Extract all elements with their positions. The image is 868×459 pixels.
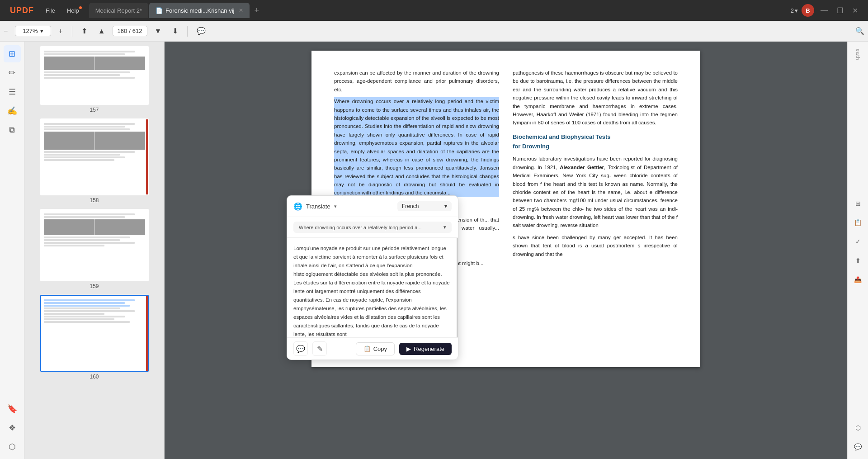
sidebar-list-icon[interactable]: ☰ — [4, 83, 21, 100]
menu-help[interactable]: Help — [61, 5, 85, 17]
regenerate-btn[interactable]: ▶ Regenerate — [399, 343, 452, 355]
close-btn[interactable]: ✕ — [849, 6, 861, 15]
thumbnail-panel: 157 158 — [24, 42, 165, 459]
sidebar-bookmark-icon[interactable]: 🔖 — [4, 400, 21, 417]
zoom-display[interactable]: 127% ▾ — [15, 26, 51, 36]
sep2 — [187, 26, 188, 37]
nav-top-btn[interactable]: ⬆ — [78, 24, 91, 38]
tab-forensic-label: Forensic medi...Krishan vij — [165, 7, 234, 14]
sidebar-layers-icon[interactable]: ❖ — [4, 419, 21, 436]
avatar[interactable]: B — [802, 4, 814, 17]
tab-medical-report[interactable]: Medical Report 2* — [89, 3, 148, 18]
col2-bio-para: Numerous laboratory investigations have … — [513, 155, 678, 230]
page-total: 612 — [132, 28, 142, 34]
col2-challenged-para: s have since been challenged by many ger… — [513, 233, 678, 258]
thumb-page-160[interactable]: 160 — [29, 295, 160, 380]
regen-icon: ▶ — [406, 345, 411, 352]
page-display[interactable]: 160 / 612 — [113, 26, 147, 36]
topbar-right: 2 ▾ B — ❐ ✕ — [791, 4, 864, 17]
right-icon-7[interactable]: 💬 — [849, 438, 867, 455]
right-sidebar-text: eath — [855, 45, 861, 64]
sidebar-grid-icon[interactable]: ⊞ — [4, 45, 21, 62]
thumb-page-157-label: 157 — [90, 107, 99, 113]
tab-close-btn[interactable]: ✕ — [239, 7, 243, 14]
zoom-in-btn[interactable]: + — [55, 25, 66, 38]
page-current: 160 — [118, 28, 127, 34]
menu-bar: File Help — [40, 5, 85, 17]
chat-icon-btn[interactable]: 💬 — [293, 341, 308, 356]
source-select-row: Where drowning occurs over a relatively … — [287, 217, 458, 238]
right-icon-6[interactable]: ⬡ — [849, 419, 867, 436]
sidebar-annotate-icon[interactable]: ✍ — [4, 102, 21, 119]
nav-up-btn[interactable]: ▲ — [94, 25, 109, 38]
col2-intro: pathogenesis of these haemorrhages is ob… — [513, 69, 678, 127]
col1-intro: expansion can be affected by the manner … — [334, 69, 499, 94]
translate-popup: 🌐 Translate ▾ French ▾ Where drowning oc… — [287, 195, 458, 360]
pen-icon: ✎ — [317, 345, 323, 353]
col2-bio-title: Biochemical and Biophysical Testsfor Dro… — [513, 132, 678, 151]
topbar: UPDF File Help Medical Report 2* 📄 Foren… — [0, 0, 868, 21]
source-text-label: Where drowning occurs over a relatively … — [299, 225, 421, 230]
language-label: French — [402, 203, 419, 209]
sep1 — [72, 26, 72, 37]
translate-arrow: ▾ — [334, 203, 337, 209]
thumb-red-bar-160 — [146, 296, 148, 371]
tab-medical-report-label: Medical Report 2* — [95, 7, 142, 14]
app-logo: UPDF — [4, 6, 40, 15]
translate-footer: 💬 ✎ 📋 Copy ▶ Regenerate — [287, 337, 458, 360]
tab-area: Medical Report 2* 📄 Forensic medi...Kris… — [89, 3, 791, 18]
copy-label: Copy — [373, 345, 387, 352]
tab-forensic-medi[interactable]: 📄 Forensic medi...Krishan vij ✕ — [149, 3, 250, 18]
language-select[interactable]: French ▾ — [397, 201, 452, 211]
translate-label: Translate — [306, 203, 330, 210]
main-area: ⊞ ✏ ☰ ✍ ⧉ 🔖 ❖ ⬡ — [0, 42, 868, 459]
tab-counter: 2 ▾ — [791, 7, 798, 14]
sidebar-edit-icon[interactable]: ✏ — [4, 64, 21, 81]
right-icon-1[interactable]: ⊞ — [849, 195, 867, 212]
pen-icon-btn[interactable]: ✎ — [312, 341, 327, 356]
pdf-col-right: pathogenesis of these haemorrhages is ob… — [513, 69, 678, 349]
regen-label: Regenerate — [414, 345, 444, 352]
source-text-chevron: ▾ — [443, 224, 446, 230]
search-btn[interactable]: 🔍 — [852, 24, 868, 38]
right-icon-5[interactable]: 📤 — [849, 271, 867, 288]
translation-body: Lorsqu'une noyade se produit sur une pér… — [287, 238, 458, 337]
source-text-select[interactable]: Where drowning occurs over a relatively … — [293, 222, 452, 233]
thumb-page-157[interactable]: 157 — [29, 46, 160, 113]
toolbar: − 127% ▾ + ⬆ ▲ 160 / 612 ▼ ⬇ 💬 🔍 — [0, 21, 868, 42]
thumb-page-158-label: 158 — [90, 197, 99, 203]
right-icon-2[interactable]: 📋 — [849, 214, 867, 231]
copy-icon: 📋 — [363, 345, 371, 352]
zoom-out-btn[interactable]: − — [0, 25, 11, 38]
notification-dot — [79, 6, 82, 9]
translated-text: Lorsqu'une noyade se produit sur une pér… — [293, 246, 450, 337]
tab-forensic-icon: 📄 — [156, 7, 163, 14]
thumb-page-158[interactable]: 158 — [29, 118, 160, 203]
right-icon-4[interactable]: ⬆ — [849, 252, 867, 269]
nav-bottom-btn[interactable]: ⬇ — [169, 24, 182, 38]
minimize-btn[interactable]: — — [818, 6, 830, 14]
thumb-page-159-label: 159 — [90, 283, 99, 289]
translate-header: 🌐 Translate ▾ French ▾ — [287, 196, 458, 217]
thumb-red-bar-158 — [146, 119, 148, 194]
copy-btn[interactable]: 📋 Copy — [356, 342, 395, 355]
zoom-chevron: ▾ — [40, 28, 43, 34]
nav-down-btn[interactable]: ▼ — [151, 25, 165, 38]
pdf-area[interactable]: expansion can be affected by the manner … — [165, 42, 847, 459]
translate-globe-icon: 🌐 — [293, 202, 302, 211]
left-sidebar: ⊞ ✏ ☰ ✍ ⧉ 🔖 ❖ ⬡ — [0, 42, 24, 459]
chat-icon: 💬 — [296, 345, 305, 353]
sidebar-plugin-icon[interactable]: ⬡ — [4, 438, 21, 455]
restore-btn[interactable]: ❐ — [834, 6, 846, 15]
sidebar-thumbnail-icon[interactable]: ⧉ — [4, 121, 21, 138]
col1-highlighted: Where drowning occurs over a relatively … — [334, 97, 499, 197]
language-chevron: ▾ — [444, 203, 447, 209]
thumb-page-160-label: 160 — [90, 374, 99, 380]
menu-file[interactable]: File — [40, 5, 61, 17]
right-sidebar: eath ⊞ 📋 ✓ ⬆ 📤 ⬡ 💬 — [847, 42, 868, 459]
tab-add-btn[interactable]: + — [250, 6, 263, 15]
comment-btn[interactable]: 💬 — [193, 24, 209, 38]
thumb-page-159[interactable]: 159 — [29, 209, 160, 289]
right-icon-3[interactable]: ✓ — [849, 233, 867, 250]
